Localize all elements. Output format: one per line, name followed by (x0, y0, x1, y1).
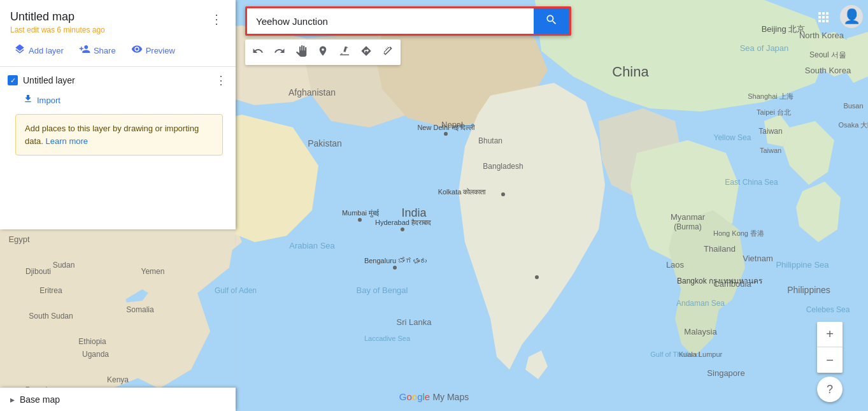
search-container (245, 6, 571, 36)
svg-text:Hyderabad हैदराबाद: Hyderabad हैदराबाद (375, 219, 431, 226)
import-button[interactable]: Import (8, 91, 66, 109)
svg-text:Djibouti: Djibouti (25, 267, 51, 276)
svg-text:Yemen: Yemen (141, 267, 165, 276)
svg-text:Celebes Sea: Celebes Sea (806, 305, 850, 314)
marker-icon (317, 45, 329, 59)
svg-text:Beijing 北京: Beijing 北京 (762, 24, 806, 34)
svg-point-44 (535, 275, 539, 279)
map-title: Untitled map (10, 10, 208, 24)
svg-text:Seoul 서울: Seoul 서울 (809, 50, 846, 59)
ruler-icon (382, 45, 394, 59)
pan-button[interactable] (291, 42, 311, 62)
add-layer-button[interactable]: Add layer (8, 40, 70, 61)
zoom-controls: + − (817, 322, 843, 373)
undo-button[interactable] (248, 42, 268, 62)
svg-text:Hong Kong 香港: Hong Kong 香港 (713, 229, 764, 237)
zoom-out-button[interactable]: − (817, 347, 843, 373)
toolbar (245, 40, 401, 65)
svg-text:Ethiopia: Ethiopia (78, 337, 106, 346)
svg-text:Bhutan: Bhutan (478, 136, 502, 145)
person-add-icon (79, 43, 90, 57)
grid-icon (816, 10, 831, 27)
undo-icon (252, 45, 264, 59)
svg-text:Sudan: Sudan (53, 261, 75, 270)
svg-text:Bay of Bengal: Bay of Bengal (357, 285, 408, 295)
map-title-area: Untitled map Last edit was 6 minutes ago (10, 10, 208, 34)
svg-text:Egypt: Egypt (8, 234, 30, 244)
svg-text:Myanmar: Myanmar (671, 212, 706, 222)
layer-section: ✓ Untitled layer ⋮ Import Add places to … (0, 67, 236, 166)
layer-menu-button[interactable]: ⋮ (211, 72, 231, 89)
svg-text:East China Sea: East China Sea (725, 178, 778, 187)
svg-text:Somalia: Somalia (126, 305, 154, 314)
layer-checkbox[interactable]: ✓ (8, 75, 18, 85)
base-map-section[interactable]: ▸ Base map (0, 387, 236, 411)
search-icon (545, 13, 558, 29)
learn-more-link[interactable]: Learn more (46, 136, 88, 146)
svg-text:China: China (612, 64, 649, 80)
svg-text:Vietnam: Vietnam (743, 254, 772, 263)
svg-text:Thailand: Thailand (704, 244, 736, 254)
svg-text:Taiwan: Taiwan (760, 147, 781, 154)
svg-text:Bangladesh: Bangladesh (483, 162, 523, 171)
layer-header: ✓ Untitled layer ⋮ (8, 72, 231, 89)
base-map-header: ▸ Base map (10, 394, 225, 405)
svg-point-46 (358, 218, 362, 222)
ruler-button[interactable] (378, 42, 398, 62)
help-button[interactable]: ? (817, 377, 843, 402)
svg-text:Kenya: Kenya (107, 375, 129, 384)
svg-text:Yellow Sea: Yellow Sea (714, 133, 751, 142)
search-button[interactable] (534, 8, 569, 34)
sidebar-header: Untitled map Last edit was 6 minutes ago… (0, 0, 236, 40)
avatar[interactable]: 👤 (840, 5, 863, 28)
svg-text:Philippine Sea: Philippine Sea (776, 260, 829, 270)
sidebar-menu-button[interactable]: ⋮ (208, 10, 225, 28)
grid-button[interactable] (811, 5, 836, 31)
directions-button[interactable] (356, 42, 376, 62)
svg-point-52 (444, 132, 448, 136)
svg-text:Malaysia: Malaysia (684, 327, 717, 336)
preview-button[interactable]: Preview (125, 40, 181, 61)
avatar-image: 👤 (843, 8, 860, 25)
layers-icon (14, 43, 25, 57)
svg-text:Eritrea: Eritrea (39, 286, 62, 295)
share-label: Share (94, 46, 116, 55)
svg-text:South Sudan: South Sudan (29, 312, 73, 321)
svg-text:North Korea: North Korea (799, 31, 844, 40)
svg-point-42 (501, 192, 505, 196)
preview-label: Preview (146, 46, 175, 55)
svg-text:Taipei 台北: Taipei 台北 (757, 108, 791, 116)
svg-text:Singapore: Singapore (707, 368, 744, 378)
svg-text:Pakistan: Pakistan (308, 138, 342, 148)
layer-name: Untitled layer (23, 75, 75, 85)
svg-point-48 (401, 227, 404, 231)
chevron-down-icon: ▸ (10, 394, 15, 405)
draw-line-button[interactable] (334, 42, 355, 62)
svg-text:(Burma): (Burma) (674, 222, 701, 231)
marker-button[interactable] (313, 42, 333, 62)
svg-text:Uganda: Uganda (82, 350, 109, 359)
svg-text:Sea of Japan: Sea of Japan (740, 43, 789, 53)
directions-icon (360, 45, 372, 59)
svg-text:Taiwan: Taiwan (758, 127, 782, 136)
sidebar: Untitled map Last edit was 6 minutes ago… (0, 0, 236, 229)
redo-button[interactable] (269, 42, 290, 62)
svg-text:Bengaluru ಬೆಂಗಳೂರು: Bengaluru ಬೆಂಗಳೂರು (364, 257, 427, 264)
map-subtitle: Last edit was 6 minutes ago (10, 25, 208, 34)
search-input[interactable] (247, 8, 534, 34)
base-map-label: Base map (20, 394, 60, 405)
svg-text:Busan: Busan (843, 102, 863, 110)
svg-text:India: India (401, 206, 427, 219)
import-icon (23, 94, 33, 106)
draw-line-icon (339, 45, 350, 59)
svg-text:Laccadive Sea: Laccadive Sea (364, 335, 411, 342)
svg-text:Kuala Lumpur: Kuala Lumpur (679, 350, 723, 358)
svg-text:Andaman Sea: Andaman Sea (676, 299, 725, 308)
share-button[interactable]: Share (73, 40, 122, 61)
svg-text:Philippines: Philippines (787, 285, 830, 295)
svg-text:Sri Lanka: Sri Lanka (397, 317, 432, 327)
svg-text:South Korea: South Korea (805, 66, 851, 75)
redo-icon (274, 45, 285, 59)
zoom-in-button[interactable]: + (817, 322, 843, 347)
svg-text:New Delhi नई दिल्ली: New Delhi नई दिल्ली (417, 124, 474, 131)
